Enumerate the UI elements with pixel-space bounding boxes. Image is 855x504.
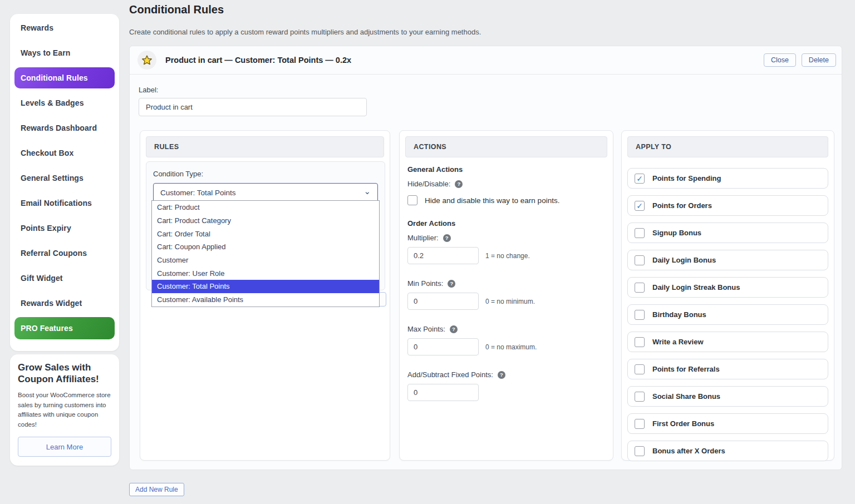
apply-to-row: Signup Bonus: [627, 223, 828, 243]
sidebar-item-label: Points Expiry: [21, 224, 71, 233]
fixed-points-input-row: [407, 384, 605, 401]
apply-checkbox[interactable]: [635, 337, 645, 347]
actions-column: ACTIONS General Actions Hide/Disable: ? …: [399, 130, 613, 461]
help-icon[interactable]: ?: [450, 325, 458, 333]
apply-checkbox[interactable]: [635, 228, 645, 238]
multiplier-hint: 1 = no change.: [485, 252, 530, 260]
dropdown-option[interactable]: Cart: Order Total: [152, 227, 379, 240]
multiplier-label: Multiplier:: [407, 234, 439, 242]
sidebar-item-general-settings[interactable]: General Settings: [14, 165, 115, 190]
sidebar-item-conditional-rules[interactable]: Conditional Rules: [14, 67, 115, 88]
multiplier-input[interactable]: [407, 247, 479, 264]
close-button[interactable]: Close: [764, 53, 796, 67]
help-icon[interactable]: ?: [498, 371, 505, 379]
apply-to-label: Write a Review: [652, 338, 704, 346]
max-points-input-row: 0 = no maximum.: [407, 338, 605, 355]
apply-to-row: First Order Bonus: [627, 413, 828, 434]
sidebar-item-label: Rewards Widget: [21, 299, 82, 308]
apply-to-label: Birthday Bonus: [652, 310, 706, 319]
apply-to-row: Daily Login Bonus: [627, 250, 828, 270]
apply-checkbox-checked[interactable]: ✓: [635, 201, 645, 211]
apply-checkbox[interactable]: [635, 255, 645, 265]
apply-to-column: APPLY TO ✓ Points for Spending ✓ Points …: [621, 130, 834, 461]
sidebar-item-levels-badges[interactable]: Levels & Badges: [14, 90, 115, 115]
hide-disable-label: Hide/Disable:: [407, 180, 450, 188]
sidebar-item-points-expiry[interactable]: Points Expiry: [14, 215, 115, 240]
sidebar-item-label: Checkout Box: [21, 149, 73, 157]
apply-to-row: Social Share Bonus: [627, 386, 828, 407]
sidebar-item-referral-coupons[interactable]: Referral Coupons: [14, 240, 115, 265]
max-points-input[interactable]: [407, 338, 479, 355]
learn-more-button[interactable]: Learn More: [18, 437, 111, 457]
help-icon[interactable]: ?: [448, 280, 455, 288]
min-points-input-row: 0 = no minimum.: [407, 293, 605, 310]
min-points-hint: 0 = no minimum.: [485, 298, 535, 305]
sidebar-item-label: Levels & Badges: [21, 98, 84, 107]
sidebar-item-ways-to-earn[interactable]: Ways to Earn: [14, 40, 115, 65]
hide-disable-checkbox-label: Hide and disable this way to earn points…: [425, 196, 559, 205]
apply-to-label: Bonus after X Orders: [652, 447, 725, 455]
apply-to-label: First Order Bonus: [652, 419, 714, 428]
condition-type-select[interactable]: Customer: Total Points ⌄: [153, 183, 378, 202]
dropdown-option[interactable]: Customer: [152, 254, 379, 267]
apply-checkbox[interactable]: [635, 392, 645, 402]
apply-to-label: Daily Login Bonus: [652, 256, 716, 264]
chevron-down-icon: ⌄: [363, 189, 371, 194]
max-points-hint: 0 = no maximum.: [485, 343, 537, 351]
dropdown-option[interactable]: Cart: Coupon Applied: [152, 240, 379, 254]
multiplier-input-row: 1 = no change.: [407, 247, 605, 264]
sidebar-item-label: Gift Widget: [21, 274, 63, 283]
label-field-label: Label:: [139, 86, 833, 94]
dropdown-option[interactable]: Customer: User Role: [152, 266, 379, 280]
sidebar-item-rewards-dashboard[interactable]: Rewards Dashboard: [14, 115, 115, 140]
rule-label-input[interactable]: [139, 98, 367, 116]
sidebar-item-gift-widget[interactable]: Gift Widget: [14, 265, 115, 290]
check-icon: ✓: [636, 175, 643, 182]
help-icon[interactable]: ?: [443, 234, 451, 242]
apply-to-row: ✓ Points for Spending: [627, 168, 828, 189]
min-points-label-row: Min Points: ?: [407, 279, 605, 288]
condition-type-dropdown: Cart: Product Cart: Product Category Car…: [151, 200, 380, 307]
label-section: Label:: [130, 75, 842, 116]
sidebar-item-label: Ways to Earn: [21, 48, 70, 57]
fixed-points-label: Add/Subtract Fixed Points:: [407, 370, 493, 379]
sidebar-item-checkout-box[interactable]: Checkout Box: [14, 140, 115, 165]
fixed-points-label-row: Add/Subtract Fixed Points: ?: [407, 370, 605, 379]
sidebar-item-rewards[interactable]: Rewards: [14, 15, 115, 40]
sidebar-item-label: PRO Features: [21, 324, 73, 333]
dropdown-option[interactable]: Cart: Product Category: [152, 214, 379, 228]
dropdown-option[interactable]: Cart: Product: [152, 201, 379, 214]
condition-type-selected-value: Customer: Total Points: [160, 189, 236, 197]
apply-checkbox-checked[interactable]: ✓: [635, 174, 645, 184]
apply-checkbox[interactable]: [635, 283, 645, 293]
condition-type-label: Condition Type:: [153, 170, 378, 178]
sidebar-item-label: Referral Coupons: [21, 249, 87, 258]
apply-checkbox[interactable]: [635, 364, 645, 374]
sidebar-item-rewards-widget[interactable]: Rewards Widget: [14, 290, 115, 315]
dropdown-option[interactable]: Customer: Available Points: [152, 293, 379, 307]
apply-to-row: ✓ Points for Orders: [627, 195, 828, 216]
delete-button[interactable]: Delete: [802, 53, 836, 67]
help-icon[interactable]: ?: [455, 180, 463, 188]
hide-disable-row: Hide/Disable: ?: [407, 180, 605, 188]
apply-checkbox[interactable]: [635, 419, 645, 429]
apply-checkbox[interactable]: [635, 310, 645, 320]
rules-column: RULES Condition Type: Customer: Total Po…: [140, 130, 390, 461]
add-new-rule-button[interactable]: Add New Rule: [129, 483, 184, 496]
apply-to-label: Daily Login Streak Bonus: [652, 283, 740, 291]
sidebar-item-label: Rewards: [21, 23, 53, 32]
sidebar-item-label: Email Notifications: [21, 199, 92, 207]
hide-disable-checkbox[interactable]: [407, 195, 417, 205]
fixed-points-input[interactable]: [407, 384, 479, 401]
max-points-label: Max Points:: [407, 325, 445, 333]
sidebar-item-pro-features[interactable]: PRO Features: [14, 317, 115, 339]
sidebar-item-email-notifications[interactable]: Email Notifications: [14, 190, 115, 215]
dropdown-option-selected[interactable]: Customer: Total Points: [152, 280, 379, 293]
min-points-input[interactable]: [407, 293, 479, 310]
rules-column-header: RULES: [146, 136, 384, 157]
apply-to-label: Points for Spending: [652, 174, 721, 182]
actions-column-header: ACTIONS: [405, 136, 607, 157]
apply-to-row: Write a Review: [627, 332, 828, 352]
apply-checkbox[interactable]: [635, 446, 645, 456]
sidebar-item-label: Conditional Rules: [21, 73, 88, 82]
